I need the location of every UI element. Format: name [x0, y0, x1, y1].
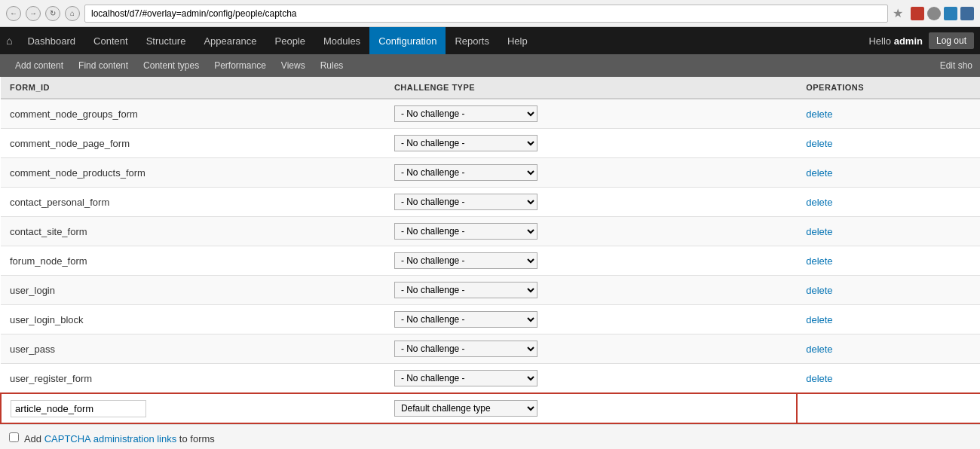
new-challenge-select[interactable]: - No challenge -Default challenge typeMa… [394, 400, 537, 417]
nav-item-people[interactable]: People [266, 27, 314, 54]
table-row: user_register_form- No challenge -Defaul… [1, 364, 980, 394]
secondary-nav: Add content Find content Content types P… [0, 54, 980, 77]
browser-icons: ★ [893, 6, 974, 21]
delete-link[interactable]: delete [806, 167, 832, 179]
table-row: comment_node_products_form- No challenge… [1, 158, 980, 188]
col-header-challenge-type: CHALLENGE TYPE [385, 77, 797, 99]
table-row: forum_node_form- No challenge -Default c… [1, 246, 980, 276]
cell-form-id: user_login_block [1, 305, 385, 334]
home-nav-icon[interactable]: ⌂ [6, 35, 12, 47]
nav-item-content[interactable]: Content [84, 27, 137, 54]
sec-nav-find-content[interactable]: Find content [71, 54, 136, 77]
url-bar[interactable] [84, 5, 888, 23]
add-captcha-checkbox[interactable] [9, 432, 19, 442]
edit-shortcut-text[interactable]: Edit sho [940, 60, 972, 71]
browser-ext-icon-3 [944, 7, 957, 20]
challenge-select[interactable]: - No challenge -Default challenge typeMa… [394, 252, 537, 269]
sec-nav-performance[interactable]: Performance [207, 54, 274, 77]
cell-challenge-type: - No challenge -Default challenge typeMa… [385, 158, 797, 188]
new-entry-challenge-cell: - No challenge -Default challenge typeMa… [385, 393, 797, 423]
footer-area: Add CAPTCHA administration links to form… [0, 424, 980, 449]
hello-text: Hello admin [868, 35, 923, 47]
challenge-select[interactable]: - No challenge -Default challenge typeMa… [394, 194, 537, 210]
username-text: admin [894, 35, 923, 47]
browser-ext-icon-2 [927, 7, 941, 20]
cell-operations: delete [797, 99, 980, 129]
sec-nav-rules[interactable]: Rules [313, 54, 351, 77]
sec-nav-add-content[interactable]: Add content [8, 54, 71, 77]
cell-challenge-type: - No challenge -Default challenge typeMa… [385, 246, 797, 276]
col-header-operations: OPERATIONS [797, 77, 980, 99]
nav-item-structure[interactable]: Structure [137, 27, 195, 54]
nav-item-reports[interactable]: Reports [446, 27, 498, 54]
delete-link[interactable]: delete [806, 285, 832, 296]
challenge-select[interactable]: - No challenge -Default challenge typeMa… [394, 282, 537, 298]
logout-button[interactable]: Log out [929, 32, 974, 49]
table-row: contact_personal_form- No challenge -Def… [1, 188, 980, 217]
cell-challenge-type: - No challenge -Default challenge typeMa… [385, 276, 797, 305]
delete-link[interactable]: delete [806, 344, 832, 355]
delete-link[interactable]: delete [806, 108, 832, 120]
cell-form-id: user_register_form [1, 364, 385, 394]
home-button[interactable]: ⌂ [65, 6, 80, 21]
table-header: FORM_ID CHALLENGE TYPE OPERATIONS [1, 77, 980, 99]
cell-challenge-type: - No challenge -Default challenge typeMa… [385, 364, 797, 394]
captcha-table: FORM_ID CHALLENGE TYPE OPERATIONS commen… [0, 77, 980, 424]
cell-challenge-type: - No challenge -Default challenge typeMa… [385, 217, 797, 246]
admin-nav-bar: ⌂ Dashboard Content Structure Appearance… [0, 27, 980, 54]
cell-operations: delete [797, 188, 980, 217]
delete-link[interactable]: delete [806, 138, 832, 149]
delete-link[interactable]: delete [806, 373, 832, 384]
new-form-id-input[interactable] [11, 400, 146, 417]
reload-button[interactable]: ↻ [45, 6, 60, 21]
new-entry-form-id-cell [1, 393, 385, 423]
challenge-select[interactable]: - No challenge -Default challenge typeMa… [394, 105, 537, 122]
delete-link[interactable]: delete [806, 255, 832, 267]
table-row: comment_node_page_form- No challenge -De… [1, 129, 980, 158]
cell-challenge-type: - No challenge -Default challenge typeMa… [385, 129, 797, 158]
challenge-select[interactable]: - No challenge -Default challenge typeMa… [394, 311, 537, 328]
cell-operations: delete [797, 129, 980, 158]
nav-item-modules[interactable]: Modules [314, 27, 369, 54]
captcha-admin-link[interactable]: CAPTCHA administration links [44, 433, 177, 444]
cell-form-id: forum_node_form [1, 246, 385, 276]
col-header-form-id: FORM_ID [1, 77, 385, 99]
cell-challenge-type: - No challenge -Default challenge typeMa… [385, 99, 797, 129]
challenge-select[interactable]: - No challenge -Default challenge typeMa… [394, 341, 537, 357]
cell-operations: delete [797, 246, 980, 276]
back-button[interactable]: ← [6, 6, 21, 21]
challenge-select[interactable]: - No challenge -Default challenge typeMa… [394, 223, 537, 240]
sec-nav-content-types[interactable]: Content types [136, 54, 207, 77]
cell-challenge-type: - No challenge -Default challenge typeMa… [385, 305, 797, 334]
challenge-select[interactable]: - No challenge -Default challenge typeMa… [394, 135, 537, 151]
nav-item-appearance[interactable]: Appearance [194, 27, 265, 54]
sec-nav-views[interactable]: Views [274, 54, 313, 77]
browser-ext-icon-4 [960, 7, 974, 20]
cell-operations: delete [797, 276, 980, 305]
checkbox-label-text: Add [24, 433, 41, 444]
nav-item-dashboard[interactable]: Dashboard [18, 27, 84, 54]
cell-operations: delete [797, 364, 980, 394]
cell-form-id: user_pass [1, 334, 385, 364]
table-row: user_login_block- No challenge -Default … [1, 305, 980, 334]
challenge-select[interactable]: - No challenge -Default challenge typeMa… [394, 370, 537, 386]
nav-item-help[interactable]: Help [498, 27, 537, 54]
cell-challenge-type: - No challenge -Default challenge typeMa… [385, 334, 797, 364]
cell-form-id: user_login [1, 276, 385, 305]
delete-link[interactable]: delete [806, 226, 832, 237]
main-content: FORM_ID CHALLENGE TYPE OPERATIONS commen… [0, 77, 980, 449]
cell-form-id: contact_personal_form [1, 188, 385, 217]
challenge-select[interactable]: - No challenge -Default challenge typeMa… [394, 164, 537, 181]
cell-operations: delete [797, 217, 980, 246]
add-captcha-label: Add CAPTCHA administration links to form… [9, 433, 215, 444]
nav-right: Hello admin Log out [868, 32, 974, 49]
delete-link[interactable]: delete [806, 314, 832, 325]
new-entry-ops-cell [797, 393, 980, 423]
nav-item-configuration[interactable]: Configuration [369, 27, 446, 54]
table-body: comment_node_groups_form- No challenge -… [1, 99, 980, 423]
forward-button[interactable]: → [26, 6, 41, 21]
delete-link[interactable]: delete [806, 197, 832, 208]
table-row: user_pass- No challenge -Default challen… [1, 334, 980, 364]
browser-ext-icon-1 [911, 7, 924, 20]
table-row: comment_node_groups_form- No challenge -… [1, 99, 980, 129]
